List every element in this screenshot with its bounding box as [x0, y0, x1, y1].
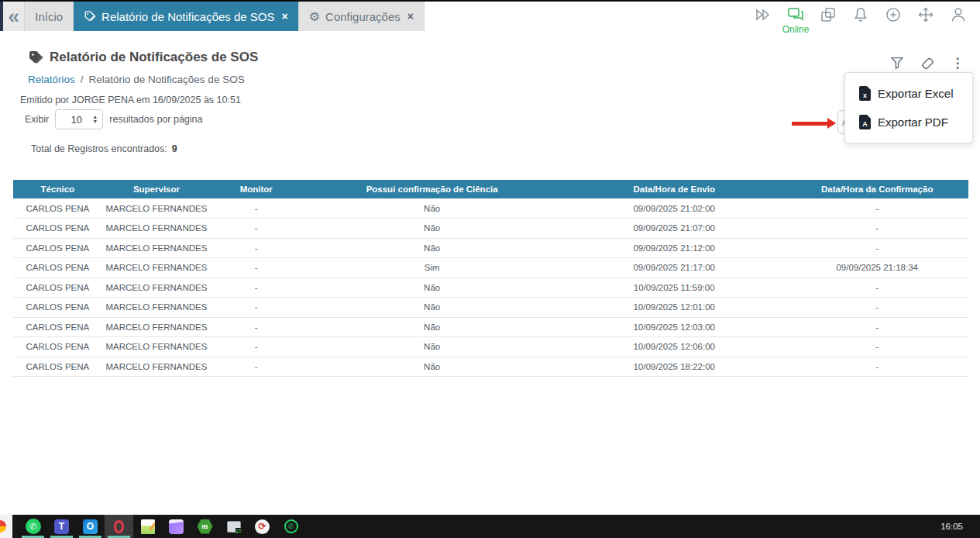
stepper-arrows-icon[interactable]: ▲▼	[92, 115, 98, 124]
table-cell: -	[211, 278, 301, 298]
page-title-row: Relatório de Notificações de SOS	[28, 50, 258, 65]
tab-relatorio-sos[interactable]: Relatório de Notificações de SOS ×	[74, 2, 298, 31]
table-cell: -	[786, 198, 968, 219]
chrome-taskbar-icon[interactable]	[0, 515, 12, 538]
page-size-value: 10	[60, 114, 92, 126]
table-row: CARLOS PENAMARCELO FERNANDES-Não10/09/20…	[13, 278, 968, 298]
excel-file-icon: x	[859, 86, 871, 101]
table-cell: MARCELO FERNANDES	[102, 238, 211, 258]
tab-configuracoes[interactable]: ⚙ Configurações ×	[298, 2, 425, 31]
table-cell: -	[786, 357, 968, 377]
filter-icon[interactable]	[889, 54, 906, 71]
gear-icon: ⚙	[309, 9, 320, 24]
user-profile-icon[interactable]	[949, 5, 968, 24]
table-cell: Não	[301, 198, 562, 219]
opera-ring-icon	[114, 520, 124, 533]
eraser-icon[interactable]	[919, 54, 936, 71]
table-cell: Não	[301, 219, 562, 239]
table-cell: CARLOS PENA	[13, 298, 102, 318]
notifications-bell-icon[interactable]	[851, 5, 870, 24]
taskbar: ✆ T O IB ⟳ ✆ 16:05	[0, 515, 980, 538]
close-tab-icon[interactable]: ×	[282, 10, 288, 22]
whatsapp-taskbar-icon[interactable]: ✆	[19, 515, 47, 538]
export-pdf-item[interactable]: A Exportar PDF	[845, 108, 972, 136]
table-cell: 09/09/2025 21:02:00	[562, 198, 786, 219]
table-cell: CARLOS PENA	[13, 258, 102, 278]
table-row: CARLOS PENAMARCELO FERNANDES-Não09/09/20…	[13, 238, 968, 258]
table-cell: -	[211, 258, 301, 278]
table-cell: 10/09/2025 18:22:00	[562, 357, 786, 377]
fast-forward-icon[interactable]	[754, 5, 772, 24]
table-cell: -	[786, 238, 968, 258]
table-cell: -	[786, 278, 968, 298]
table-header-cell: Supervisor	[102, 180, 211, 198]
table-row: CARLOS PENAMARCELO FERNANDES-Não09/09/20…	[13, 219, 968, 239]
tab-bar: « Início Relatório de Notificações de SO…	[0, 2, 425, 31]
table-cell: CARLOS PENA	[13, 357, 102, 377]
total-records-row: Total de Registros encontrados:9	[31, 143, 177, 154]
table-cell: MARCELO FERNANDES	[102, 219, 211, 239]
refresh-app-taskbar-icon[interactable]: ⟳	[248, 515, 277, 538]
table-cell: 10/09/2025 12:01:00	[562, 298, 786, 318]
table-cell: CARLOS PENA	[13, 317, 102, 337]
table-header-row: TécnicoSupervisorMonitorPossui confirmaç…	[13, 180, 968, 198]
total-records-value: 9	[172, 143, 177, 154]
table-row: CARLOS PENAMARCELO FERNANDES-Não10/09/20…	[13, 317, 968, 337]
table-cell: -	[786, 337, 968, 357]
monitor-arrows-icon	[227, 521, 241, 533]
table-cell: CARLOS PENA	[13, 198, 102, 219]
taskbar-clock[interactable]: 16:05	[940, 522, 963, 531]
table-cell: -	[786, 219, 968, 239]
whatsapp-secondary-taskbar-icon[interactable]: ✆	[277, 515, 305, 538]
add-circle-icon[interactable]	[884, 5, 903, 24]
table-row: CARLOS PENAMARCELO FERNANDES-Não10/09/20…	[13, 357, 968, 377]
table-cell: 10/09/2025 12:03:00	[562, 317, 786, 337]
ib-app-taskbar-icon[interactable]: IB	[191, 515, 219, 538]
kebab-menu-icon[interactable]: ⋮	[949, 54, 966, 71]
collapse-tabs-button[interactable]: «	[3, 2, 24, 31]
table-cell: Não	[301, 317, 562, 337]
table-cell: 09/09/2025 21:07:00	[562, 219, 786, 239]
opera-taskbar-icon-active[interactable]	[105, 515, 133, 538]
table-cell: CARLOS PENA	[13, 278, 102, 298]
table-header-cell: Data/Hora da Confirmação	[786, 180, 968, 198]
outlook-taskbar-icon[interactable]: O	[76, 515, 105, 538]
tag-icon	[84, 10, 96, 22]
phone-icon: ✆	[284, 519, 298, 533]
table-header-cell: Data/Hora de Envio	[562, 180, 786, 198]
notepad-taskbar-icon[interactable]	[133, 515, 162, 538]
video-editor-taskbar-icon[interactable]	[162, 515, 191, 538]
table-row: CARLOS PENAMARCELO FERNANDES-Sim09/09/20…	[13, 258, 968, 278]
move-arrows-icon[interactable]	[916, 5, 935, 24]
tab-inicio[interactable]: Início	[24, 2, 74, 31]
table-cell: MARCELO FERNANDES	[102, 298, 211, 318]
export-pdf-label: Exportar PDF	[878, 116, 948, 129]
tab-label: Configurações	[325, 10, 401, 23]
per-page-label: resultados por página	[109, 114, 202, 125]
table-header-cell: Monitor	[211, 180, 301, 198]
report-tools: ⋮	[889, 54, 966, 71]
table-cell: CARLOS PENA	[13, 337, 102, 357]
table-cell: MARCELO FERNANDES	[102, 278, 211, 298]
tag-icon	[28, 50, 43, 65]
table-cell: Não	[301, 298, 562, 318]
table-header-cell: Técnico	[13, 180, 102, 198]
table-cell: MARCELO FERNANDES	[102, 258, 211, 278]
remote-desktop-taskbar-icon[interactable]	[219, 515, 248, 538]
table-cell: -	[211, 238, 301, 258]
export-excel-item[interactable]: x Exportar Excel	[845, 79, 972, 108]
close-tab-icon[interactable]: ×	[407, 10, 414, 22]
export-dropdown-menu: x Exportar Excel A Exportar PDF	[844, 72, 973, 143]
breadcrumb-link-relatorios[interactable]: Relatórios	[28, 74, 75, 85]
page-size-row: Exibir 10 ▲▼ resultados por página	[25, 109, 203, 129]
table-cell: Não	[301, 238, 562, 258]
table-cell: MARCELO FERNANDES	[102, 337, 211, 357]
page-title: Relatório de Notificações de SOS	[50, 50, 258, 65]
copy-windows-icon[interactable]	[819, 5, 837, 24]
table-cell: -	[211, 219, 301, 239]
top-nav-icons: Online	[754, 5, 968, 24]
chat-online-icon[interactable]: Online	[786, 5, 805, 24]
notepad-icon	[141, 519, 155, 534]
page-size-stepper[interactable]: 10 ▲▼	[55, 109, 103, 129]
teams-taskbar-icon[interactable]: T	[47, 515, 76, 538]
